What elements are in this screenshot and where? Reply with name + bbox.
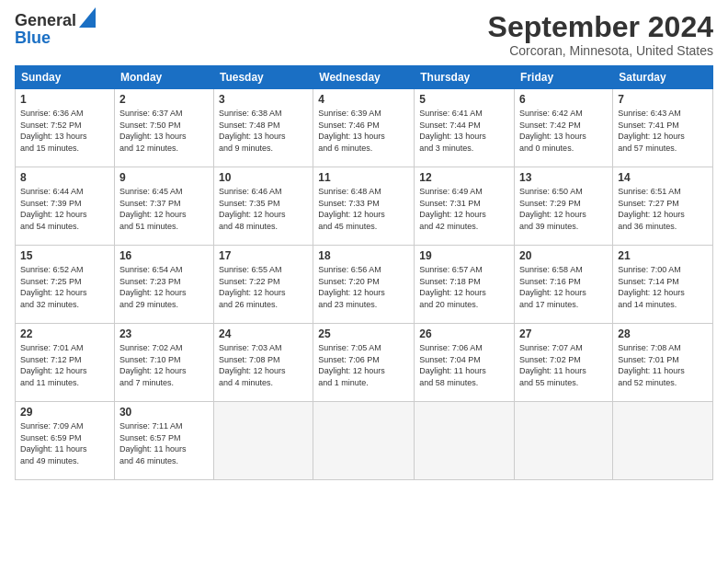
day-number: 1	[20, 93, 109, 106]
day-number: 22	[20, 327, 109, 340]
day-number: 20	[519, 249, 608, 262]
main-container: General Blue September 2024 Corcoran, Mi…	[0, 0, 728, 563]
calendar-cell: 20Sunrise: 6:58 AM Sunset: 7:16 PM Dayli…	[515, 246, 613, 324]
calendar-cell: 3Sunrise: 6:38 AM Sunset: 7:48 PM Daylig…	[213, 89, 313, 167]
calendar-cell: 17Sunrise: 6:55 AM Sunset: 7:22 PM Dayli…	[213, 246, 313, 324]
day-detail: Sunrise: 6:49 AM Sunset: 7:31 PM Dayligh…	[419, 186, 509, 232]
day-number: 3	[219, 93, 308, 106]
calendar-cell: 11Sunrise: 6:48 AM Sunset: 7:33 PM Dayli…	[313, 167, 415, 246]
col-saturday: Saturday	[613, 66, 713, 89]
calendar-cell	[313, 402, 415, 480]
day-detail: Sunrise: 7:00 AM Sunset: 7:14 PM Dayligh…	[618, 264, 708, 310]
calendar-cell: 25Sunrise: 7:05 AM Sunset: 7:06 PM Dayli…	[313, 324, 415, 402]
day-detail: Sunrise: 6:54 AM Sunset: 7:23 PM Dayligh…	[119, 264, 209, 310]
day-number: 19	[419, 249, 509, 262]
calendar-header-row: Sunday Monday Tuesday Wednesday Thursday…	[16, 66, 713, 89]
day-detail: Sunrise: 7:11 AM Sunset: 6:57 PM Dayligh…	[119, 420, 209, 466]
calendar-cell: 27Sunrise: 7:07 AM Sunset: 7:02 PM Dayli…	[515, 324, 613, 402]
day-detail: Sunrise: 7:02 AM Sunset: 7:10 PM Dayligh…	[119, 342, 209, 388]
day-detail: Sunrise: 6:44 AM Sunset: 7:39 PM Dayligh…	[20, 186, 109, 232]
day-detail: Sunrise: 7:05 AM Sunset: 7:06 PM Dayligh…	[318, 342, 409, 388]
day-detail: Sunrise: 7:08 AM Sunset: 7:01 PM Dayligh…	[618, 342, 708, 388]
day-detail: Sunrise: 6:56 AM Sunset: 7:20 PM Dayligh…	[318, 264, 409, 310]
calendar-cell: 15Sunrise: 6:52 AM Sunset: 7:25 PM Dayli…	[16, 246, 115, 324]
calendar-cell: 5Sunrise: 6:41 AM Sunset: 7:44 PM Daylig…	[415, 89, 515, 167]
calendar-cell: 21Sunrise: 7:00 AM Sunset: 7:14 PM Dayli…	[613, 246, 713, 324]
day-number: 11	[318, 171, 409, 184]
location: Corcoran, Minnesota, United States	[488, 43, 713, 58]
calendar-cell: 10Sunrise: 6:46 AM Sunset: 7:35 PM Dayli…	[213, 167, 313, 246]
day-detail: Sunrise: 6:48 AM Sunset: 7:33 PM Dayligh…	[318, 186, 409, 232]
calendar-cell: 26Sunrise: 7:06 AM Sunset: 7:04 PM Dayli…	[415, 324, 515, 402]
day-detail: Sunrise: 6:43 AM Sunset: 7:41 PM Dayligh…	[618, 108, 708, 154]
day-detail: Sunrise: 6:41 AM Sunset: 7:44 PM Dayligh…	[419, 108, 509, 154]
day-detail: Sunrise: 7:06 AM Sunset: 7:04 PM Dayligh…	[419, 342, 509, 388]
day-detail: Sunrise: 6:37 AM Sunset: 7:50 PM Dayligh…	[119, 108, 209, 154]
col-monday: Monday	[114, 66, 213, 89]
day-number: 7	[618, 93, 708, 106]
logo-text-blue: Blue	[15, 29, 51, 48]
calendar-cell: 19Sunrise: 6:57 AM Sunset: 7:18 PM Dayli…	[415, 246, 515, 324]
day-detail: Sunrise: 6:57 AM Sunset: 7:18 PM Dayligh…	[419, 264, 509, 310]
calendar-cell: 7Sunrise: 6:43 AM Sunset: 7:41 PM Daylig…	[613, 89, 713, 167]
col-friday: Friday	[515, 66, 613, 89]
day-number: 25	[318, 327, 409, 340]
day-detail: Sunrise: 6:39 AM Sunset: 7:46 PM Dayligh…	[318, 108, 409, 154]
day-number: 4	[318, 93, 409, 106]
day-number: 23	[119, 327, 209, 340]
calendar-cell: 22Sunrise: 7:01 AM Sunset: 7:12 PM Dayli…	[16, 324, 115, 402]
day-detail: Sunrise: 7:07 AM Sunset: 7:02 PM Dayligh…	[519, 342, 608, 388]
day-number: 14	[618, 171, 708, 184]
day-number: 12	[419, 171, 509, 184]
logo-triangle-icon	[79, 7, 96, 28]
day-number: 30	[119, 406, 209, 419]
day-number: 18	[318, 249, 409, 262]
month-title: September 2024	[488, 11, 713, 43]
day-number: 27	[519, 327, 608, 340]
calendar-cell: 2Sunrise: 6:37 AM Sunset: 7:50 PM Daylig…	[114, 89, 213, 167]
day-number: 9	[119, 171, 209, 184]
calendar-week-row-3: 15Sunrise: 6:52 AM Sunset: 7:25 PM Dayli…	[16, 246, 713, 324]
day-number: 2	[119, 93, 209, 106]
calendar-cell: 23Sunrise: 7:02 AM Sunset: 7:10 PM Dayli…	[114, 324, 213, 402]
calendar-table: Sunday Monday Tuesday Wednesday Thursday…	[15, 65, 713, 480]
day-number: 5	[419, 93, 509, 106]
calendar-cell: 6Sunrise: 6:42 AM Sunset: 7:42 PM Daylig…	[515, 89, 613, 167]
day-number: 8	[20, 171, 109, 184]
calendar-cell: 14Sunrise: 6:51 AM Sunset: 7:27 PM Dayli…	[613, 167, 713, 246]
calendar-cell: 13Sunrise: 6:50 AM Sunset: 7:29 PM Dayli…	[515, 167, 613, 246]
day-detail: Sunrise: 6:45 AM Sunset: 7:37 PM Dayligh…	[119, 186, 209, 232]
day-detail: Sunrise: 6:38 AM Sunset: 7:48 PM Dayligh…	[219, 108, 308, 154]
calendar-cell: 28Sunrise: 7:08 AM Sunset: 7:01 PM Dayli…	[613, 324, 713, 402]
calendar-cell: 9Sunrise: 6:45 AM Sunset: 7:37 PM Daylig…	[114, 167, 213, 246]
calendar-cell: 4Sunrise: 6:39 AM Sunset: 7:46 PM Daylig…	[313, 89, 415, 167]
calendar-cell	[613, 402, 713, 480]
day-number: 26	[419, 327, 509, 340]
title-section: September 2024 Corcoran, Minnesota, Unit…	[488, 11, 713, 58]
day-detail: Sunrise: 7:03 AM Sunset: 7:08 PM Dayligh…	[219, 342, 308, 388]
day-number: 28	[618, 327, 708, 340]
day-detail: Sunrise: 7:01 AM Sunset: 7:12 PM Dayligh…	[20, 342, 109, 388]
calendar-week-row-2: 8Sunrise: 6:44 AM Sunset: 7:39 PM Daylig…	[16, 167, 713, 246]
col-thursday: Thursday	[415, 66, 515, 89]
calendar-cell: 16Sunrise: 6:54 AM Sunset: 7:23 PM Dayli…	[114, 246, 213, 324]
calendar-cell: 18Sunrise: 6:56 AM Sunset: 7:20 PM Dayli…	[313, 246, 415, 324]
day-detail: Sunrise: 6:58 AM Sunset: 7:16 PM Dayligh…	[519, 264, 608, 310]
calendar-week-row-1: 1Sunrise: 6:36 AM Sunset: 7:52 PM Daylig…	[16, 89, 713, 167]
calendar-cell	[213, 402, 313, 480]
col-tuesday: Tuesday	[213, 66, 313, 89]
calendar-week-row-4: 22Sunrise: 7:01 AM Sunset: 7:12 PM Dayli…	[16, 324, 713, 402]
calendar-cell: 29Sunrise: 7:09 AM Sunset: 6:59 PM Dayli…	[16, 402, 115, 480]
day-detail: Sunrise: 7:09 AM Sunset: 6:59 PM Dayligh…	[20, 420, 109, 466]
calendar-cell: 30Sunrise: 7:11 AM Sunset: 6:57 PM Dayli…	[114, 402, 213, 480]
day-number: 17	[219, 249, 308, 262]
header: General Blue September 2024 Corcoran, Mi…	[15, 11, 713, 58]
day-detail: Sunrise: 6:55 AM Sunset: 7:22 PM Dayligh…	[219, 264, 308, 310]
day-number: 24	[219, 327, 308, 340]
calendar-cell: 1Sunrise: 6:36 AM Sunset: 7:52 PM Daylig…	[16, 89, 115, 167]
calendar-cell: 24Sunrise: 7:03 AM Sunset: 7:08 PM Dayli…	[213, 324, 313, 402]
day-detail: Sunrise: 6:52 AM Sunset: 7:25 PM Dayligh…	[20, 264, 109, 310]
col-wednesday: Wednesday	[313, 66, 415, 89]
day-detail: Sunrise: 6:42 AM Sunset: 7:42 PM Dayligh…	[519, 108, 608, 154]
calendar-cell	[515, 402, 613, 480]
